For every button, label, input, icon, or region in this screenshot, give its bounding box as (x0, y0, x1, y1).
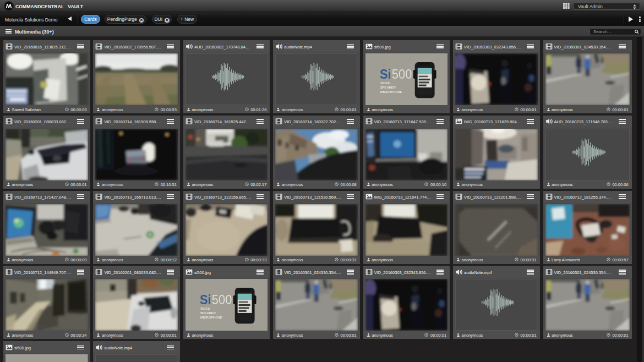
svg-text:VIDEO: VIDEO (200, 307, 210, 310)
svg-text:MICROPHONE: MICROPHONE (380, 90, 402, 94)
svg-text:MICROPHONE: MICROPHONE (200, 316, 222, 319)
svg-text:SPEAKER: SPEAKER (380, 86, 396, 89)
svg-text:Si: Si (200, 293, 211, 308)
svg-text:500: 500 (212, 293, 232, 308)
svg-text:SPEAKER: SPEAKER (200, 311, 216, 315)
svg-text:500: 500 (392, 67, 412, 81)
svg-text:VIDEO: VIDEO (380, 81, 390, 85)
svg-text:Si: Si (380, 67, 391, 81)
